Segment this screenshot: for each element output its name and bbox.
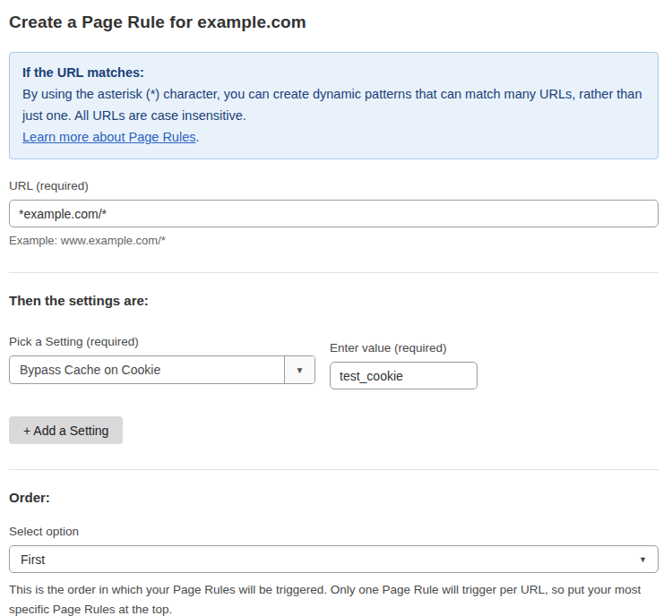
chevron-down-icon: ▼ xyxy=(639,555,647,564)
order-select-label: Select option xyxy=(9,525,659,538)
setting-select-label: Pick a Setting (required) xyxy=(9,335,315,348)
url-field-block: URL (required) Example: www.example.com/… xyxy=(9,179,659,247)
page-title: Create a Page Rule for example.com xyxy=(9,13,659,32)
settings-row: Pick a Setting (required) Bypass Cache o… xyxy=(9,335,659,389)
create-page-rule-form: Create a Page Rule for example.com If th… xyxy=(0,0,672,616)
url-input[interactable] xyxy=(9,200,659,227)
info-box-heading: If the URL matches: xyxy=(22,62,645,83)
url-match-info-box: If the URL matches: By using the asteris… xyxy=(9,52,659,159)
chevron-down-icon[interactable]: ▼ xyxy=(284,356,314,383)
divider xyxy=(9,469,659,470)
info-box-body: By using the asterisk (*) character, you… xyxy=(22,83,645,126)
setting-select-block: Pick a Setting (required) Bypass Cache o… xyxy=(9,335,315,384)
link-suffix: . xyxy=(195,130,199,144)
setting-select-value: Bypass Cache on Cookie xyxy=(10,356,284,383)
order-section-heading: Order: xyxy=(9,490,659,505)
url-field-helper: Example: www.example.com/* xyxy=(9,234,659,247)
order-select-value: First xyxy=(21,552,45,567)
settings-section-heading: Then the settings are: xyxy=(9,293,659,308)
info-box-link-line: Learn more about Page Rules. xyxy=(22,126,645,148)
divider xyxy=(9,272,659,273)
setting-value-label: Enter value (required) xyxy=(330,341,478,355)
setting-select[interactable]: Bypass Cache on Cookie ▼ xyxy=(9,355,315,384)
url-field-label: URL (required) xyxy=(9,179,659,192)
add-setting-button[interactable]: + Add a Setting xyxy=(9,416,123,444)
order-select[interactable]: First ▼ xyxy=(9,545,659,573)
setting-value-input[interactable] xyxy=(330,362,478,389)
order-helper-text: This is the order in which your Page Rul… xyxy=(9,580,654,616)
learn-more-link[interactable]: Learn more about Page Rules xyxy=(22,130,195,144)
setting-value-block: Enter value (required) xyxy=(330,341,478,389)
